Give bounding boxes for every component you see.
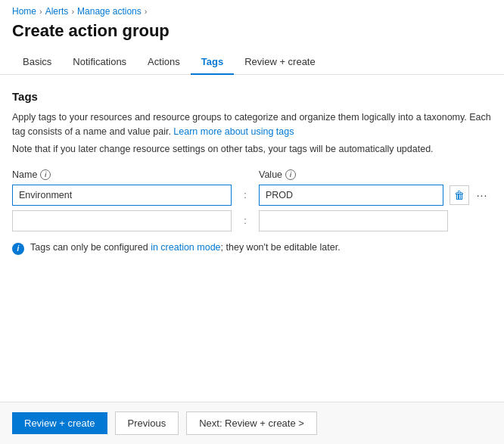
tag-row-2: : — [12, 210, 492, 231]
tab-basics[interactable]: Basics — [12, 50, 62, 75]
description-1: Apply tags to your resources and resourc… — [12, 110, 492, 139]
breadcrumb-manage-actions[interactable]: Manage actions — [77, 6, 142, 17]
value-column-header: Value i — [259, 169, 492, 180]
page-title: Create action group — [0, 20, 504, 50]
tag-value-input-2[interactable] — [259, 210, 448, 231]
info-circle-icon: i — [12, 243, 24, 255]
next-button[interactable]: Next: Review + create > — [186, 411, 317, 435]
learn-more-link[interactable]: Learn more about using tags — [173, 126, 294, 137]
tag-name-input-1[interactable] — [12, 185, 232, 206]
tag-name-input-2[interactable] — [12, 210, 232, 231]
value-info-icon[interactable]: i — [285, 169, 296, 180]
tag-value-input-wrapper-2 — [259, 210, 448, 231]
tab-review-create[interactable]: Review + create — [234, 50, 326, 75]
previous-button[interactable]: Previous — [115, 411, 179, 435]
col-sep-1: : — [238, 189, 253, 200]
tab-actions[interactable]: Actions — [137, 50, 191, 75]
info-note-text: Tags can only be configured in creation … — [30, 242, 341, 253]
review-create-button[interactable]: Review + create — [12, 412, 107, 434]
footer: Review + create Previous Next: Review + … — [0, 402, 504, 444]
creation-mode-link[interactable]: in creation mode — [151, 242, 220, 253]
main-content: Tags Apply tags to your resources and re… — [0, 75, 504, 402]
tab-bar: Basics Notifications Actions Tags Review… — [0, 50, 504, 75]
breadcrumb-sep-1: › — [39, 7, 42, 16]
description-2: Note that if you later change resource s… — [12, 144, 492, 154]
tag-value-input-wrapper-1 — [259, 185, 443, 206]
section-title: Tags — [12, 90, 492, 103]
breadcrumb-home[interactable]: Home — [12, 6, 36, 17]
col-sep-2: : — [238, 215, 253, 226]
row-1-actions: 🗑 ··· — [450, 185, 492, 205]
breadcrumb: Home › Alerts › Manage actions › — [0, 0, 504, 20]
breadcrumb-sep-2: › — [71, 7, 74, 16]
breadcrumb-sep-3: › — [145, 7, 148, 16]
form-header: Name i Value i — [12, 169, 492, 180]
tag-name-input-wrapper-2 — [12, 210, 232, 231]
tag-row-1: : 🗑 ··· — [12, 185, 492, 206]
tag-value-input-1[interactable] — [259, 185, 443, 206]
tag-name-input-wrapper-1 — [12, 185, 232, 206]
more-options-button-1[interactable]: ··· — [472, 185, 492, 205]
info-note: i Tags can only be configured in creatio… — [12, 242, 492, 255]
delete-tag-button-1[interactable]: 🗑 — [450, 185, 469, 205]
name-info-icon[interactable]: i — [40, 169, 51, 180]
name-column-header: Name i — [12, 169, 232, 180]
tab-notifications[interactable]: Notifications — [62, 50, 137, 75]
breadcrumb-alerts[interactable]: Alerts — [45, 6, 69, 17]
tab-tags[interactable]: Tags — [191, 50, 234, 75]
